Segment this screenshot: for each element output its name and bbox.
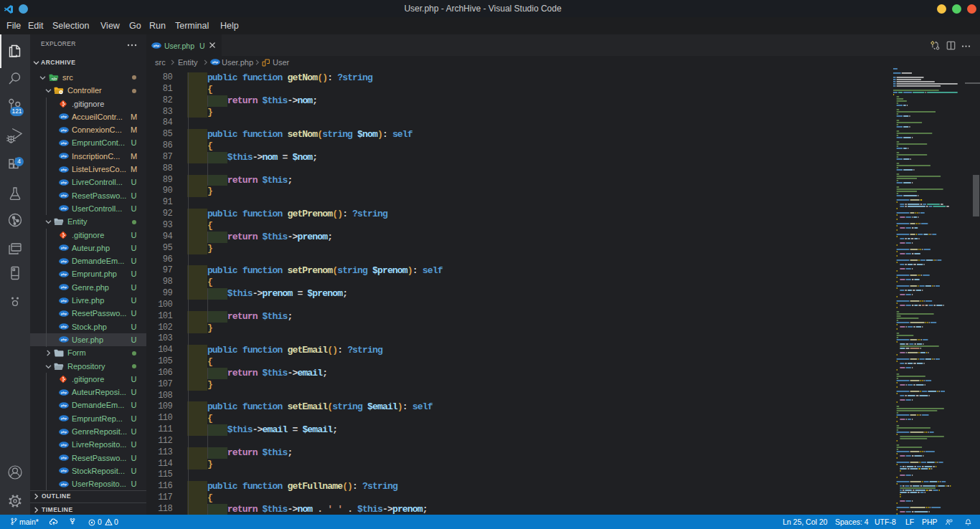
svg-text:php: php bbox=[61, 430, 67, 434]
svg-text:php: php bbox=[61, 194, 67, 197]
svg-text:php: php bbox=[212, 60, 218, 64]
svg-text:php: php bbox=[61, 272, 67, 276]
svg-text:php: php bbox=[61, 285, 67, 289]
svg-text:php: php bbox=[61, 391, 67, 394]
svg-text:php: php bbox=[154, 44, 159, 47]
svg-text:php: php bbox=[61, 168, 67, 171]
svg-text:php: php bbox=[61, 456, 67, 459]
svg-text:php: php bbox=[61, 115, 67, 118]
svg-text:php: php bbox=[61, 128, 67, 132]
svg-text:php: php bbox=[61, 154, 67, 158]
svg-text:php: php bbox=[61, 404, 67, 407]
svg-text:php: php bbox=[61, 141, 67, 145]
svg-text:php: php bbox=[61, 482, 67, 486]
svg-text:php: php bbox=[61, 259, 67, 263]
svg-text:php: php bbox=[61, 338, 67, 342]
svg-text:php: php bbox=[61, 181, 67, 184]
svg-text:php: php bbox=[61, 443, 67, 447]
svg-text:php: php bbox=[61, 325, 67, 328]
svg-text:php: php bbox=[61, 246, 67, 249]
svg-text:php: php bbox=[61, 416, 67, 420]
svg-text:</>: </> bbox=[52, 77, 58, 81]
svg-text:php: php bbox=[61, 312, 67, 315]
svg-text:php: php bbox=[61, 299, 67, 302]
svg-text:php: php bbox=[61, 470, 67, 473]
svg-text:php: php bbox=[61, 207, 67, 211]
